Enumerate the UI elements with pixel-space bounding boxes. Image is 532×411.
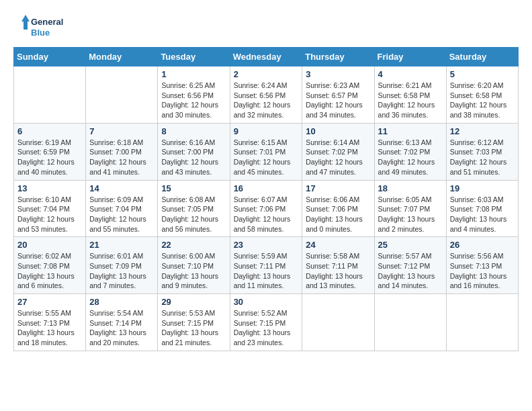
day-info: Sunrise: 6:00 AMSunset: 7:10 PMDaylight:… xyxy=(161,251,226,291)
week-row-4: 20Sunrise: 6:02 AMSunset: 7:08 PMDayligh… xyxy=(14,237,519,294)
calendar-cell: 29Sunrise: 5:53 AMSunset: 7:15 PMDayligh… xyxy=(158,294,230,351)
calendar-cell: 18Sunrise: 6:05 AMSunset: 7:07 PMDayligh… xyxy=(374,180,446,237)
calendar-cell: 25Sunrise: 5:57 AMSunset: 7:12 PMDayligh… xyxy=(374,237,446,294)
day-number: 17 xyxy=(306,183,370,193)
day-info: Sunrise: 6:09 AMSunset: 7:04 PMDaylight:… xyxy=(89,195,154,234)
day-info: Sunrise: 6:21 AMSunset: 6:58 PMDaylight:… xyxy=(378,81,443,120)
calendar-cell: 30Sunrise: 5:52 AMSunset: 7:15 PMDayligh… xyxy=(230,294,302,351)
calendar-cell: 2Sunrise: 6:24 AMSunset: 6:56 PMDaylight… xyxy=(230,66,302,124)
day-number: 3 xyxy=(306,69,370,79)
calendar-cell: 16Sunrise: 6:07 AMSunset: 7:06 PMDayligh… xyxy=(230,180,302,237)
day-number: 29 xyxy=(161,297,226,307)
week-row-5: 27Sunrise: 5:55 AMSunset: 7:13 PMDayligh… xyxy=(14,294,519,351)
day-info: Sunrise: 6:01 AMSunset: 7:09 PMDaylight:… xyxy=(89,251,154,291)
day-info: Sunrise: 6:13 AMSunset: 7:02 PMDaylight:… xyxy=(378,138,443,177)
svg-marker-2 xyxy=(21,15,30,30)
day-info: Sunrise: 6:15 AMSunset: 7:01 PMDaylight:… xyxy=(234,138,299,177)
day-info: Sunrise: 5:53 AMSunset: 7:15 PMDaylight:… xyxy=(161,308,226,348)
calendar-cell: 5Sunrise: 6:20 AMSunset: 6:58 PMDaylight… xyxy=(446,66,518,124)
day-number: 8 xyxy=(161,126,226,136)
day-info: Sunrise: 6:25 AMSunset: 6:56 PMDaylight:… xyxy=(161,81,226,120)
calendar-cell: 8Sunrise: 6:16 AMSunset: 7:00 PMDaylight… xyxy=(158,123,230,180)
day-number: 2 xyxy=(234,69,299,79)
day-number: 23 xyxy=(234,240,299,250)
day-info: Sunrise: 5:59 AMSunset: 7:11 PMDaylight:… xyxy=(234,251,299,291)
day-number: 25 xyxy=(378,240,443,250)
day-number: 4 xyxy=(378,69,443,79)
calendar-cell: 20Sunrise: 6:02 AMSunset: 7:08 PMDayligh… xyxy=(14,237,86,294)
day-number: 1 xyxy=(161,69,226,79)
calendar-cell xyxy=(302,294,374,351)
weekday-header-row: SundayMondayTuesdayWednesdayThursdayFrid… xyxy=(14,48,519,66)
svg-text:General: General xyxy=(31,17,63,27)
calendar-cell: 23Sunrise: 5:59 AMSunset: 7:11 PMDayligh… xyxy=(230,237,302,294)
calendar-cell: 13Sunrise: 6:10 AMSunset: 7:04 PMDayligh… xyxy=(14,180,86,237)
weekday-header-thursday: Thursday xyxy=(302,48,374,66)
day-number: 24 xyxy=(306,240,370,250)
calendar-cell: 4Sunrise: 6:21 AMSunset: 6:58 PMDaylight… xyxy=(374,66,446,124)
calendar-cell: 11Sunrise: 6:13 AMSunset: 7:02 PMDayligh… xyxy=(374,123,446,180)
day-info: Sunrise: 6:03 AMSunset: 7:08 PMDaylight:… xyxy=(450,195,515,234)
day-number: 22 xyxy=(161,240,226,250)
day-number: 6 xyxy=(17,126,82,136)
day-info: Sunrise: 6:07 AMSunset: 7:06 PMDaylight:… xyxy=(234,195,299,234)
weekday-header-wednesday: Wednesday xyxy=(230,48,302,66)
calendar-cell: 14Sunrise: 6:09 AMSunset: 7:04 PMDayligh… xyxy=(86,180,158,237)
weekday-header-tuesday: Tuesday xyxy=(158,48,230,66)
day-number: 21 xyxy=(89,240,154,250)
weekday-header-saturday: Saturday xyxy=(446,48,518,66)
weekday-header-friday: Friday xyxy=(374,48,446,66)
day-number: 11 xyxy=(378,126,443,136)
week-row-3: 13Sunrise: 6:10 AMSunset: 7:04 PMDayligh… xyxy=(14,180,519,237)
day-number: 19 xyxy=(450,183,515,193)
day-info: Sunrise: 6:10 AMSunset: 7:04 PMDaylight:… xyxy=(17,195,82,234)
logo: General Blue xyxy=(13,13,74,40)
day-info: Sunrise: 5:55 AMSunset: 7:13 PMDaylight:… xyxy=(17,308,82,348)
day-number: 5 xyxy=(450,69,515,79)
day-number: 14 xyxy=(89,183,154,193)
day-info: Sunrise: 6:19 AMSunset: 6:59 PMDaylight:… xyxy=(17,138,82,177)
day-info: Sunrise: 6:20 AMSunset: 6:58 PMDaylight:… xyxy=(450,81,515,120)
calendar-cell: 26Sunrise: 5:56 AMSunset: 7:13 PMDayligh… xyxy=(446,237,518,294)
day-number: 27 xyxy=(17,297,82,307)
day-info: Sunrise: 6:16 AMSunset: 7:00 PMDaylight:… xyxy=(161,138,226,177)
day-info: Sunrise: 6:12 AMSunset: 7:03 PMDaylight:… xyxy=(450,138,515,177)
calendar-cell: 7Sunrise: 6:18 AMSunset: 7:00 PMDaylight… xyxy=(86,123,158,180)
day-number: 30 xyxy=(234,297,299,307)
calendar-cell: 12Sunrise: 6:12 AMSunset: 7:03 PMDayligh… xyxy=(446,123,518,180)
day-number: 28 xyxy=(89,297,154,307)
day-info: Sunrise: 6:14 AMSunset: 7:02 PMDaylight:… xyxy=(306,138,370,177)
day-number: 13 xyxy=(17,183,82,193)
calendar-cell: 9Sunrise: 6:15 AMSunset: 7:01 PMDaylight… xyxy=(230,123,302,180)
calendar-cell: 19Sunrise: 6:03 AMSunset: 7:08 PMDayligh… xyxy=(446,180,518,237)
calendar-cell: 17Sunrise: 6:06 AMSunset: 7:06 PMDayligh… xyxy=(302,180,374,237)
day-number: 18 xyxy=(378,183,443,193)
calendar-cell: 1Sunrise: 6:25 AMSunset: 6:56 PMDaylight… xyxy=(158,66,230,124)
day-info: Sunrise: 5:54 AMSunset: 7:14 PMDaylight:… xyxy=(89,308,154,348)
day-number: 9 xyxy=(234,126,299,136)
week-row-2: 6Sunrise: 6:19 AMSunset: 6:59 PMDaylight… xyxy=(14,123,519,180)
calendar-cell: 21Sunrise: 6:01 AMSunset: 7:09 PMDayligh… xyxy=(86,237,158,294)
calendar-cell: 10Sunrise: 6:14 AMSunset: 7:02 PMDayligh… xyxy=(302,123,374,180)
logo-svg: General Blue xyxy=(13,13,74,40)
day-info: Sunrise: 5:52 AMSunset: 7:15 PMDaylight:… xyxy=(234,308,299,348)
day-info: Sunrise: 6:23 AMSunset: 6:57 PMDaylight:… xyxy=(306,81,370,120)
day-info: Sunrise: 6:05 AMSunset: 7:07 PMDaylight:… xyxy=(378,195,443,234)
day-number: 15 xyxy=(161,183,226,193)
calendar-cell: 6Sunrise: 6:19 AMSunset: 6:59 PMDaylight… xyxy=(14,123,86,180)
calendar-cell: 28Sunrise: 5:54 AMSunset: 7:14 PMDayligh… xyxy=(86,294,158,351)
calendar-table: SundayMondayTuesdayWednesdayThursdayFrid… xyxy=(13,47,519,351)
weekday-header-sunday: Sunday xyxy=(14,48,86,66)
calendar-cell xyxy=(446,294,518,351)
day-info: Sunrise: 5:57 AMSunset: 7:12 PMDaylight:… xyxy=(378,251,443,291)
day-number: 12 xyxy=(450,126,515,136)
day-info: Sunrise: 6:06 AMSunset: 7:06 PMDaylight:… xyxy=(306,195,370,234)
page-header: General Blue xyxy=(13,13,519,40)
day-info: Sunrise: 6:08 AMSunset: 7:05 PMDaylight:… xyxy=(161,195,226,234)
day-number: 20 xyxy=(17,240,82,250)
calendar-cell xyxy=(374,294,446,351)
weekday-header-monday: Monday xyxy=(86,48,158,66)
calendar-cell: 22Sunrise: 6:00 AMSunset: 7:10 PMDayligh… xyxy=(158,237,230,294)
day-info: Sunrise: 5:56 AMSunset: 7:13 PMDaylight:… xyxy=(450,251,515,291)
day-info: Sunrise: 6:24 AMSunset: 6:56 PMDaylight:… xyxy=(234,81,299,120)
